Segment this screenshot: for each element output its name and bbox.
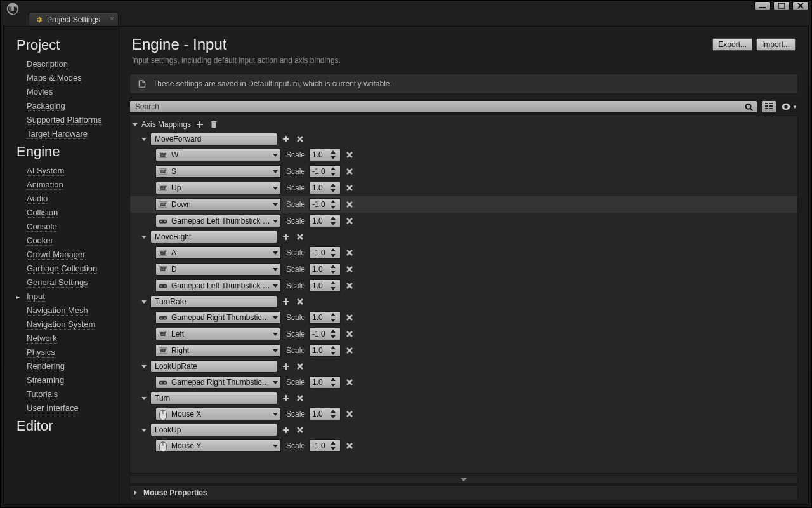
key-dropdown[interactable]: Gamepad Left Thumbstick X-Axis	[155, 279, 281, 292]
add-binding-button[interactable]	[281, 425, 291, 435]
scale-spinner[interactable]	[330, 377, 337, 387]
scale-input[interactable]: 1.0	[309, 263, 341, 276]
sidebar-item-crowd-manager[interactable]: Crowd Manager	[4, 248, 119, 262]
sidebar-item-tutorials[interactable]: Tutorials	[4, 387, 119, 401]
sidebar[interactable]: ProjectDescriptionMaps & ModesMoviesPack…	[4, 27, 119, 504]
sidebar-item-network[interactable]: Network	[4, 331, 119, 345]
mapping-name-input[interactable]	[150, 392, 277, 404]
sidebar-item-target-hardware[interactable]: Target Hardware	[4, 127, 119, 141]
sidebar-item-user-interface[interactable]: User Interface	[4, 401, 119, 415]
scale-spinner[interactable]	[330, 264, 337, 274]
mapping-name-input[interactable]	[150, 133, 277, 145]
add-binding-button[interactable]	[281, 134, 291, 144]
sidebar-item-audio[interactable]: Audio	[4, 192, 119, 206]
scale-spinner[interactable]	[330, 312, 337, 323]
delete-binding-button[interactable]	[344, 377, 355, 387]
view-options-button[interactable]: ▼	[780, 100, 798, 113]
sidebar-item-collision[interactable]: Collision	[4, 206, 119, 220]
search-field[interactable]	[129, 100, 757, 113]
scale-input[interactable]: -1.0	[309, 246, 341, 259]
minimize-button[interactable]	[754, 1, 771, 10]
add-binding-button[interactable]	[281, 361, 291, 371]
sidebar-item-movies[interactable]: Movies	[4, 85, 119, 99]
sidebar-item-description[interactable]: Description	[4, 57, 119, 71]
delete-all-button[interactable]	[209, 119, 219, 130]
mapping-name-input[interactable]	[150, 424, 277, 436]
scale-spinner[interactable]	[330, 281, 337, 291]
sidebar-item-navigation-mesh[interactable]: Navigation Mesh	[4, 304, 119, 318]
scale-spinner[interactable]	[330, 150, 337, 160]
key-dropdown[interactable]: A	[155, 246, 281, 259]
delete-mapping-button[interactable]	[295, 232, 305, 242]
tab-project-settings[interactable]: Project Settings ×	[29, 12, 119, 26]
sidebar-item-navigation-system[interactable]: Navigation System	[4, 318, 119, 331]
delete-mapping-button[interactable]	[295, 425, 305, 435]
key-dropdown[interactable]: Gamepad Right Thumbstick X-Ax	[155, 311, 281, 324]
scale-input[interactable]: 1.0	[309, 311, 341, 324]
delete-binding-button[interactable]	[344, 199, 355, 210]
scale-spinner[interactable]	[330, 166, 337, 177]
key-dropdown[interactable]: Gamepad Right Thumbstick Y-Ax	[155, 376, 281, 389]
mapping-name-input[interactable]	[150, 231, 277, 243]
sidebar-item-packaging[interactable]: Packaging	[4, 99, 119, 113]
sidebar-item-physics[interactable]: Physics	[4, 345, 119, 359]
sidebar-item-console[interactable]: Console	[4, 220, 119, 234]
collapse-icon[interactable]	[141, 365, 147, 368]
key-dropdown[interactable]: Mouse X	[155, 408, 281, 420]
add-mapping-button[interactable]	[195, 119, 205, 130]
sidebar-item-supported-platforms[interactable]: Supported Platforms	[4, 113, 119, 127]
axis-mappings-header[interactable]: Axis Mappings	[130, 117, 797, 131]
scale-input[interactable]: 1.0	[309, 149, 341, 161]
delete-binding-button[interactable]	[344, 312, 355, 323]
sidebar-item-garbage-collection[interactable]: Garbage Collection	[4, 262, 119, 276]
collapse-icon[interactable]	[141, 236, 147, 239]
delete-binding-button[interactable]	[344, 264, 355, 274]
sidebar-item-streaming[interactable]: Streaming	[4, 373, 119, 387]
key-dropdown[interactable]: W	[155, 149, 281, 161]
sidebar-item-rendering[interactable]: Rendering	[4, 359, 119, 373]
delete-binding-button[interactable]	[344, 248, 355, 258]
sidebar-item-maps-modes[interactable]: Maps & Modes	[4, 71, 119, 85]
scale-spinner[interactable]	[330, 329, 337, 339]
collapse-icon[interactable]	[141, 138, 147, 141]
scale-spinner[interactable]	[330, 199, 337, 210]
delete-binding-button[interactable]	[344, 329, 355, 339]
delete-binding-button[interactable]	[344, 441, 355, 451]
resize-grip[interactable]	[129, 476, 798, 484]
scale-input[interactable]: -1.0	[309, 328, 341, 340]
add-binding-button[interactable]	[281, 393, 291, 403]
scale-input[interactable]: 1.0	[309, 344, 341, 357]
sidebar-item-input[interactable]: Input	[4, 290, 119, 304]
collapse-icon[interactable]	[141, 300, 147, 304]
view-grid-button[interactable]	[761, 100, 776, 113]
delete-binding-button[interactable]	[344, 409, 355, 419]
scale-spinner[interactable]	[330, 216, 337, 226]
delete-binding-button[interactable]	[344, 281, 355, 291]
scale-input[interactable]: 1.0	[309, 279, 341, 292]
key-dropdown[interactable]: D	[155, 263, 281, 276]
delete-binding-button[interactable]	[344, 183, 355, 193]
close-button[interactable]	[792, 1, 809, 10]
key-dropdown[interactable]: Gamepad Left Thumbstick Y-Axis	[155, 215, 281, 227]
scale-input[interactable]: -1.0	[309, 165, 341, 178]
delete-binding-button[interactable]	[344, 345, 355, 356]
collapsed-section[interactable]: Mouse Properties	[129, 485, 798, 500]
delete-binding-button[interactable]	[344, 216, 355, 226]
collapse-icon[interactable]	[141, 429, 147, 432]
delete-mapping-button[interactable]	[295, 393, 305, 403]
scale-input[interactable]: 1.0	[309, 376, 341, 389]
sidebar-item-animation[interactable]: Animation	[4, 178, 119, 192]
import-button[interactable]: Import...	[756, 38, 796, 51]
tab-close-icon[interactable]: ×	[110, 15, 114, 23]
key-dropdown[interactable]: Left	[155, 328, 281, 340]
delete-binding-button[interactable]	[344, 166, 355, 177]
export-button[interactable]: Export...	[712, 38, 752, 51]
scale-input[interactable]: 1.0	[309, 408, 341, 420]
scale-input[interactable]: 1.0	[309, 215, 341, 227]
add-binding-button[interactable]	[281, 232, 291, 242]
sidebar-item-ai-system[interactable]: AI System	[4, 164, 119, 178]
scale-spinner[interactable]	[330, 248, 337, 258]
mapping-name-input[interactable]	[150, 295, 277, 308]
delete-mapping-button[interactable]	[295, 297, 305, 307]
scale-spinner[interactable]	[330, 441, 337, 451]
